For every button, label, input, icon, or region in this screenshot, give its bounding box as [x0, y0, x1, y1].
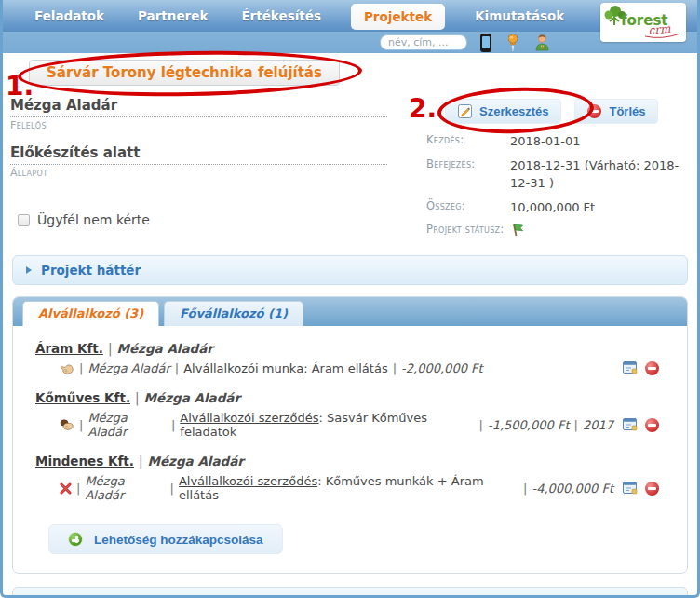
quick-toolbar [3, 32, 697, 53]
status-value: Előkészítés alatt [10, 144, 387, 165]
project-background-panel[interactable]: Projekt háttér [12, 255, 688, 285]
person-name: Mézga Aladár [88, 411, 167, 439]
edit-icon [458, 104, 472, 118]
amount-label: Összeg: [426, 199, 506, 217]
company-link[interactable]: Mindenes Kft. [35, 454, 134, 469]
remove-icon[interactable] [645, 418, 659, 432]
nav-tab-kimutatasok[interactable]: Kimutatások [471, 2, 568, 30]
hand-holding-icon [60, 418, 74, 431]
project-status-label: Projekt státusz: [426, 223, 506, 242]
start-label: Kezdés: [426, 133, 506, 151]
plus-icon [68, 532, 83, 547]
detail-type-link[interactable]: Alvállalkozói szerződés [180, 411, 318, 425]
status-field: Előkészítés alatt Állapot [10, 144, 387, 179]
search-input[interactable] [380, 34, 467, 50]
edit-button-label: Szerkesztés [479, 104, 548, 118]
year-text: 2017 [583, 418, 613, 432]
add-opportunity-button[interactable]: Lehetőség hozzákapcsolása [48, 524, 283, 554]
client-not-requested-checkbox[interactable] [18, 214, 30, 226]
company-link[interactable]: Kőműves Kft. [35, 390, 130, 405]
status-label: Állapot [10, 167, 387, 179]
user-icon[interactable] [534, 34, 550, 51]
phone-icon[interactable] [480, 34, 491, 52]
main-nav: Feladatok Partnerek Értékesítés Projekte… [3, 0, 697, 32]
edit-button[interactable]: Szerkesztés [445, 99, 561, 124]
list-item: Mindenes Kft.|Mézga Aladár | Mézga Aladá… [35, 454, 659, 502]
form-icon[interactable] [623, 482, 639, 496]
delete-icon [587, 104, 601, 118]
milestones-panel[interactable]: Mérföldkövek (0 db) [12, 587, 688, 598]
iforest-crm-logo[interactable]: forest crm [600, 3, 686, 42]
amount-text: -1,500,000 Ft [488, 418, 570, 432]
project-background-title: Projekt háttér [41, 263, 141, 278]
person-name: Mézga Aladár [88, 361, 169, 375]
flag-icon [510, 223, 524, 237]
tab-alvallalkozo[interactable]: Alvállalkozó (3) [22, 301, 159, 326]
form-icon[interactable] [623, 418, 639, 432]
milestones-title: Mérföldkövek [41, 594, 138, 598]
add-opportunity-label: Lehetőség hozzákapcsolása [94, 533, 263, 547]
owner-name: Mézga Aladár [147, 454, 244, 469]
page-title: Sárvár Torony légtechnika felújítás [29, 60, 340, 86]
company-link[interactable]: Áram Kft. [35, 341, 103, 356]
collapse-arrow-icon [26, 266, 32, 274]
person-name: Mézga Aladár [85, 474, 165, 502]
hand-icon [60, 362, 74, 375]
delete-button-label: Törlés [609, 104, 645, 118]
responsible-value: Mézga Aladár [10, 97, 387, 117]
list-item: Áram Kft.|Mézga Aladár | Mézga Aladár | … [35, 341, 659, 375]
end-value: 2018-12-31 (Várható: 2018-12-31 ) [510, 157, 682, 193]
detail-desc: : Áram ellátás [303, 361, 388, 375]
amount-text: -4,000,000 Ft [532, 482, 613, 496]
contractors-section: Alvállalkozó (3) Fővállalkozó (1) Áram K… [12, 296, 688, 574]
project-summary: Mézga Aladár Felelős Előkészítés alatt Á… [3, 97, 697, 242]
tab-fovallalkozo[interactable]: Fővállalkozó (1) [164, 301, 303, 326]
amount-value: 10,000,000 Ft [510, 199, 682, 217]
app-window: Feladatok Partnerek Értékesítés Projekte… [0, 0, 700, 598]
list-item: Kőműves Kft.|Mézga Aladár | Mézga Aladár… [35, 390, 659, 439]
detail-type-link[interactable]: Alvállalkozói szerződés [179, 474, 317, 488]
remove-icon[interactable] [645, 361, 659, 375]
red-x-icon [60, 482, 72, 495]
nav-tab-feladatok[interactable]: Feladatok [31, 2, 108, 30]
form-icon[interactable] [623, 361, 639, 375]
detail-type-link[interactable]: Alvállalkozói munka [183, 361, 303, 375]
project-details: Kezdés: 2018-01-01 Befejezés: 2018-12-31… [426, 133, 682, 242]
responsible-field: Mézga Aladár Felelős [10, 97, 387, 131]
contractor-tab-strip: Alvállalkozó (3) Fővállalkozó (1) [13, 297, 687, 326]
remove-icon[interactable] [645, 482, 659, 496]
logo-crm-text: crm [648, 22, 672, 37]
client-not-requested-label: Ügyfél nem kérte [37, 212, 150, 227]
nav-tab-projektek[interactable]: Projektek [351, 4, 445, 30]
nav-tab-partnerek[interactable]: Partnerek [134, 2, 211, 30]
project-status-value [510, 223, 682, 242]
start-value: 2018-01-01 [510, 133, 682, 151]
responsible-label: Felelős [10, 119, 387, 131]
end-label: Befejezés: [426, 157, 506, 193]
amount-text: -2,000,000 Ft [401, 361, 483, 375]
delete-button[interactable]: Törlés [574, 99, 658, 124]
owner-name: Mézga Aladár [144, 390, 241, 405]
owner-name: Mézga Aladár [116, 341, 213, 356]
pushpin-icon[interactable] [505, 34, 521, 52]
milestones-count: (0 db) [153, 594, 195, 598]
nav-tab-ertekesites[interactable]: Értékesítés [237, 2, 325, 30]
